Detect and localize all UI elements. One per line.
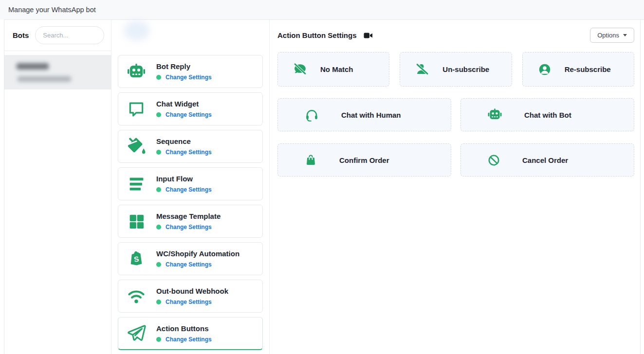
tile-no-match[interactable]: No Match [277, 52, 389, 87]
tile-row-3: Confirm Order Cancel Order [277, 143, 634, 177]
change-settings-link[interactable]: Change Settings [166, 74, 212, 81]
action-button-settings-panel: Action Button Settings Options No Match [270, 20, 644, 354]
status-dot [156, 75, 161, 80]
feature-title: Input Flow [156, 175, 212, 183]
panel-scrollbar-track[interactable] [640, 20, 641, 354]
feature-text: Message Template Change Settings [156, 212, 221, 230]
features-column: Bot Reply Change Settings Chat Widget Ch… [111, 20, 270, 354]
feature-action-row: Change Settings [156, 261, 239, 268]
feature-card-chat-widget: Chat Widget Change Settings [118, 92, 263, 125]
tile-un-subscribe[interactable]: Un-subscribe [400, 52, 512, 87]
tile-cancel-order[interactable]: Cancel Order [460, 143, 634, 177]
feature-text: Sequence Change Settings [156, 137, 212, 156]
status-dot [156, 150, 161, 155]
change-settings-link[interactable]: Change Settings [166, 261, 212, 268]
status-dot [156, 187, 161, 192]
search-input[interactable] [35, 26, 104, 44]
blurred-bot-name [17, 63, 49, 70]
user-slash-icon [415, 62, 429, 76]
page-title: Manage your WhatsApp bot [8, 6, 96, 14]
change-settings-link[interactable]: Change Settings [166, 224, 212, 230]
feature-title: Chat Widget [156, 100, 212, 108]
feature-title: Sequence [156, 137, 212, 145]
change-settings-link[interactable]: Change Settings [166, 111, 212, 118]
options-button[interactable]: Options [590, 28, 634, 43]
feature-text: Bot Reply Change Settings [156, 62, 212, 81]
feature-title: Out-bound Webhook [156, 287, 228, 295]
status-dot [156, 225, 161, 230]
bot-list-item-selected[interactable] [4, 55, 111, 89]
feature-card-message-template: Message Template Change Settings [118, 205, 263, 238]
tile-label: Re-subscribe [565, 65, 611, 73]
feature-card-sequence: Sequence Change Settings [118, 130, 263, 163]
tile-label: No Match [320, 65, 353, 73]
status-dot [156, 112, 161, 117]
tile-confirm-order[interactable]: Confirm Order [277, 143, 451, 177]
tile-chat-with-bot[interactable]: Chat with Bot [460, 98, 634, 131]
sidebar-header: Bots [4, 20, 111, 51]
feature-card-action-buttons: Action Buttons Change Settings [118, 317, 263, 350]
robot-icon [126, 64, 147, 80]
feature-card-webhook: Out-bound Webhook Change Settings [118, 280, 263, 313]
change-settings-link[interactable]: Change Settings [166, 149, 212, 156]
paper-plane-icon [126, 324, 147, 343]
tile-re-subscribe[interactable]: Re-subscribe [522, 52, 634, 87]
feature-title: Message Template [156, 212, 221, 220]
main-container: Bots Bot Reply Change Settings [4, 19, 644, 354]
feature-action-row: Change Settings [156, 74, 212, 81]
blurred-bot-number [18, 76, 71, 82]
status-dot [156, 337, 161, 342]
bots-sidebar: Bots [4, 20, 111, 354]
user-circle-icon [538, 63, 552, 76]
options-label: Options [597, 32, 619, 39]
feature-title: WC/Shopify Automation [156, 249, 239, 258]
feature-text: Input Flow Change Settings [156, 175, 212, 193]
feature-action-row: Change Settings [156, 186, 212, 193]
headset-icon [304, 107, 319, 123]
shopping-bag-icon [304, 154, 317, 167]
robot-icon [487, 108, 502, 121]
tile-label: Chat with Human [341, 111, 401, 119]
feature-action-row: Change Settings [156, 224, 221, 230]
feature-text: WC/Shopify Automation Change Settings [156, 249, 239, 268]
paint-fill-icon [126, 137, 147, 156]
shopify-icon: S [126, 249, 147, 268]
panel-header: Action Button Settings Options [277, 28, 634, 43]
video-camera-icon[interactable] [364, 32, 373, 39]
feature-text: Action Buttons Change Settings [156, 324, 212, 343]
chevron-down-icon [623, 34, 627, 36]
grid-icon [126, 212, 147, 230]
topbar: Manage your WhatsApp bot [0, 0, 644, 19]
tile-row-2: Chat with Human Chat with Bot [277, 98, 634, 131]
feature-action-row: Change Settings [156, 336, 212, 343]
feature-title: Bot Reply [156, 62, 212, 71]
chat-bubble-icon [126, 100, 147, 118]
feature-title: Action Buttons [156, 324, 212, 333]
change-settings-link[interactable]: Change Settings [166, 186, 212, 193]
tile-label: Confirm Order [339, 156, 389, 164]
ban-icon [487, 154, 500, 167]
status-dot [156, 300, 161, 304]
align-left-icon [126, 175, 147, 193]
tile-label: Un-subscribe [442, 65, 489, 73]
tile-row-1: No Match Un-subscribe Re-subscribe [277, 52, 634, 87]
wifi-icon [126, 288, 147, 304]
tile-chat-with-human[interactable]: Chat with Human [277, 98, 451, 131]
change-settings-link[interactable]: Change Settings [166, 299, 212, 305]
feature-card-input-flow: Input Flow Change Settings [118, 167, 263, 200]
feature-card-shopify: S WC/Shopify Automation Change Settings [118, 242, 263, 275]
action-buttons-grid: No Match Un-subscribe Re-subscribe [277, 52, 634, 177]
tile-label: Chat with Bot [524, 111, 571, 119]
panel-title: Action Button Settings [277, 31, 356, 39]
status-dot [156, 262, 161, 267]
feature-card-bot-reply: Bot Reply Change Settings [118, 55, 263, 88]
feature-text: Chat Widget Change Settings [156, 100, 212, 118]
feature-text: Out-bound Webhook Change Settings [156, 287, 228, 305]
bots-heading: Bots [13, 31, 29, 39]
blurred-avatar-blob [124, 21, 149, 40]
svg-text:S: S [133, 254, 139, 263]
tile-label: Cancel Order [522, 156, 568, 164]
comment-slash-icon [293, 62, 307, 76]
feature-action-row: Change Settings [156, 299, 228, 305]
change-settings-link[interactable]: Change Settings [166, 336, 212, 343]
